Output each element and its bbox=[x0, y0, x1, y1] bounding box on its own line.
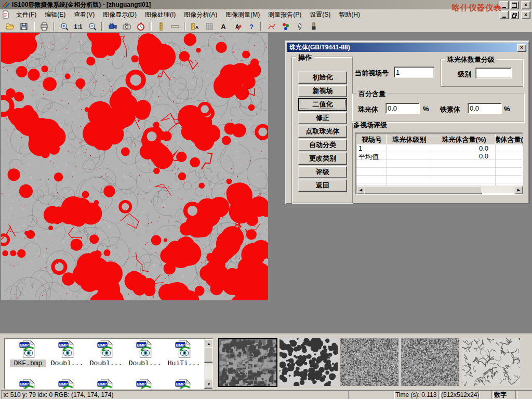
file-item[interactable]: Doubl... bbox=[127, 340, 163, 367]
maximize-icon bbox=[512, 3, 517, 8]
print-button[interactable] bbox=[37, 21, 51, 32]
level-label: 级别 bbox=[458, 70, 471, 79]
curve-measure-icon bbox=[267, 22, 276, 31]
open-file-button[interactable] bbox=[3, 21, 17, 32]
column-header-grade[interactable]: 珠光体级别 bbox=[386, 134, 433, 145]
menu-item-file[interactable]: 文件(F) bbox=[12, 9, 41, 20]
dialog-title-bar[interactable]: 珠光体(GB/T9441-88) × bbox=[287, 43, 527, 52]
return-button[interactable]: 返回 bbox=[298, 179, 347, 192]
rate-button[interactable]: 评级 bbox=[298, 166, 347, 178]
pen-button[interactable] bbox=[292, 21, 307, 32]
menu-item-measure-report[interactable]: 测量报告(P) bbox=[264, 9, 305, 20]
column-header-field[interactable]: 视场号 bbox=[356, 134, 387, 145]
metallographic-image[interactable] bbox=[1, 33, 268, 300]
pick-pearlite-button[interactable]: 点取珠光体 bbox=[298, 125, 347, 138]
thumbnail-1[interactable] bbox=[218, 338, 277, 387]
thumbnail-5[interactable] bbox=[462, 338, 520, 386]
zoom-out-button[interactable] bbox=[85, 21, 99, 32]
menu-item-image-analysis[interactable]: 图像分析(A) bbox=[180, 9, 221, 20]
phase-classify-button[interactable] bbox=[278, 21, 292, 32]
scroll-right-button[interactable]: ▶ bbox=[514, 185, 523, 194]
toolbar-separator bbox=[53, 22, 55, 31]
table-row-2-field[interactable]: 平均值 bbox=[358, 152, 384, 160]
file-item[interactable]: Doubl... bbox=[88, 340, 124, 367]
initialize-button[interactable]: 初始化 bbox=[298, 71, 347, 84]
file-item[interactable] bbox=[127, 379, 163, 389]
hscroll-track[interactable] bbox=[481, 185, 514, 193]
text-icon: A bbox=[219, 22, 228, 31]
measure-scale-button[interactable]: A bbox=[188, 21, 202, 32]
zoom-in-button[interactable] bbox=[57, 21, 71, 32]
file-item[interactable]: HuiTi... bbox=[166, 340, 202, 367]
workspace: 珠光体(GB/T9441-88) × 操作 初始化 新视场 二值化 修正 点取珠… bbox=[0, 32, 532, 334]
pearlite-percent-sign: % bbox=[423, 105, 429, 113]
actual-size-button[interactable]: 1:1 bbox=[71, 21, 85, 32]
mdi-close-button[interactable]: × bbox=[521, 11, 530, 19]
document-icon bbox=[2, 10, 10, 19]
bmp-file-icon bbox=[97, 340, 115, 358]
help-button[interactable]: ? bbox=[244, 21, 258, 32]
thumbnail-3[interactable] bbox=[340, 338, 398, 386]
mdi-restore-button[interactable] bbox=[510, 11, 519, 19]
auto-classify-button[interactable]: 自动分类 bbox=[298, 139, 347, 151]
timer-button[interactable] bbox=[134, 21, 148, 32]
table-row-1-pearlite[interactable]: 0.0 bbox=[434, 144, 488, 152]
thumbnail-2[interactable] bbox=[280, 338, 338, 386]
bmp-file-icon bbox=[175, 379, 193, 389]
menu-item-edit[interactable]: 编辑(E) bbox=[41, 9, 70, 20]
toolbar-separator bbox=[184, 22, 186, 31]
annotate-button[interactable]: A bbox=[230, 21, 244, 32]
menu-item-image-processing[interactable]: 图像处理(I) bbox=[141, 9, 180, 20]
file-item[interactable] bbox=[88, 379, 124, 389]
file-item[interactable]: Doubl... bbox=[49, 340, 85, 367]
measure-scale-icon: A bbox=[191, 22, 200, 31]
save-button[interactable] bbox=[17, 21, 31, 32]
file-item[interactable] bbox=[166, 379, 202, 389]
snapshot-button[interactable] bbox=[119, 21, 134, 32]
menu-item-help[interactable]: 帮助(H) bbox=[335, 9, 364, 20]
hscroll-thumb[interactable] bbox=[364, 185, 482, 194]
vscroll-thumb[interactable] bbox=[204, 347, 213, 363]
change-class-button[interactable]: 更改类别 bbox=[298, 152, 347, 165]
text-button[interactable]: A bbox=[216, 21, 230, 32]
video-capture-button[interactable] bbox=[105, 21, 119, 32]
brush-icon bbox=[309, 22, 318, 31]
menu-item-image-display[interactable]: 图像显示(D) bbox=[99, 9, 141, 20]
brush-button[interactable] bbox=[307, 21, 321, 32]
close-button[interactable]: × bbox=[521, 1, 530, 9]
bmp-file-icon bbox=[97, 379, 115, 389]
column-header-ferrite[interactable]: 铁素体含量(%) bbox=[495, 134, 523, 145]
watermark-text: 喀什仪器仪表 bbox=[452, 3, 502, 13]
file-item[interactable]: DKF.bmp bbox=[10, 340, 46, 367]
timer-icon bbox=[136, 22, 145, 31]
curve-measure-button[interactable] bbox=[264, 21, 278, 32]
caliper-button[interactable] bbox=[154, 21, 168, 32]
maximize-button[interactable] bbox=[510, 1, 519, 9]
scroll-down-button[interactable]: ▼ bbox=[204, 379, 213, 389]
table-row-1-field[interactable]: 1 bbox=[358, 144, 384, 152]
column-header-pearlite[interactable]: 珠光体含量(%) bbox=[432, 134, 496, 145]
new-field-button[interactable]: 新视场 bbox=[298, 85, 347, 97]
multifield-label: 多视场评级 bbox=[353, 121, 387, 130]
thumbnail-4[interactable] bbox=[401, 338, 459, 386]
menu-item-image-measure[interactable]: 图像测量(M) bbox=[221, 9, 264, 20]
file-item[interactable] bbox=[10, 379, 46, 389]
dialog-close-button[interactable]: × bbox=[517, 44, 526, 52]
level-input[interactable] bbox=[475, 68, 512, 78]
save-icon bbox=[19, 22, 29, 31]
grading-group-title: 珠光体数量分级 bbox=[445, 55, 497, 64]
menu-item-settings[interactable]: 设置(S) bbox=[305, 9, 335, 20]
status-panel-empty bbox=[348, 390, 395, 399]
correct-button[interactable]: 修正 bbox=[298, 112, 347, 124]
current-field-input[interactable] bbox=[394, 66, 434, 78]
pearlite-input[interactable] bbox=[385, 103, 420, 114]
grid-button[interactable] bbox=[202, 21, 216, 32]
status-panel-empty bbox=[515, 390, 532, 399]
table-row-2-pearlite[interactable]: 0.0 bbox=[434, 152, 488, 160]
ruler-button[interactable] bbox=[168, 21, 182, 32]
binarize-button[interactable]: 二值化 bbox=[298, 98, 347, 111]
toolbar: 1:1 A A A ? bbox=[0, 20, 532, 33]
file-item[interactable] bbox=[49, 379, 85, 389]
ferrite-input[interactable] bbox=[468, 103, 502, 114]
menu-item-view[interactable]: 查看(V) bbox=[70, 9, 99, 20]
